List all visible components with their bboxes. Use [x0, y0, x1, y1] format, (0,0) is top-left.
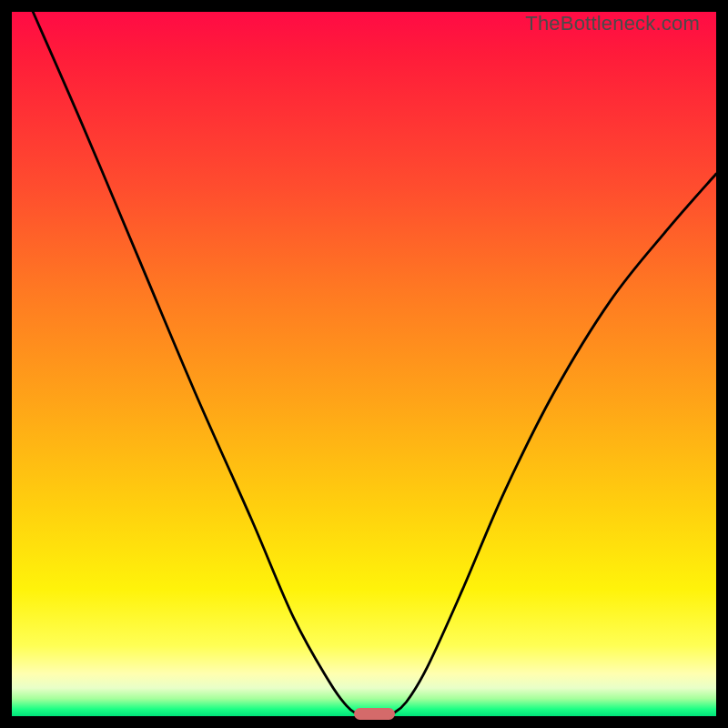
bottleneck-curve	[12, 12, 716, 716]
watermark-text: TheBottleneck.com	[525, 12, 700, 35]
chart-frame: TheBottleneck.com	[0, 0, 728, 728]
plot-area: TheBottleneck.com	[12, 12, 716, 716]
optimal-marker	[354, 708, 395, 720]
curve-path	[33, 12, 716, 714]
